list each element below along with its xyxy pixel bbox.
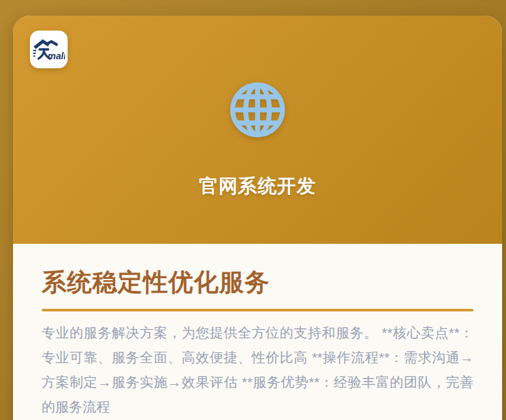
globe-icon [228, 80, 287, 140]
amall-logo-icon: mall [33, 36, 65, 62]
page-title: 官网系统开发 [13, 174, 502, 200]
service-heading: 系统稳定性优化服务 [42, 270, 473, 296]
card-body: 系统稳定性优化服务 专业的服务解决方案，为您提供全方位的支持和服务。 **核心卖… [13, 244, 502, 419]
page-background: { "header": { "title": "官网系统开发", "logo_t… [0, 0, 506, 420]
service-description: 专业的服务解决方案，为您提供全方位的支持和服务。 **核心卖点**：专业可靠、服… [42, 321, 473, 419]
card-header: mall 官网系统开发 [13, 16, 502, 244]
amall-app-logo[interactable]: mall [30, 31, 68, 68]
heading-divider [42, 309, 473, 311]
logo-text: mall [47, 51, 65, 61]
service-card: mall 官网系统开发 系统稳定性优化服务 专业的服务解决方案，为您提供全方位的… [13, 16, 502, 420]
